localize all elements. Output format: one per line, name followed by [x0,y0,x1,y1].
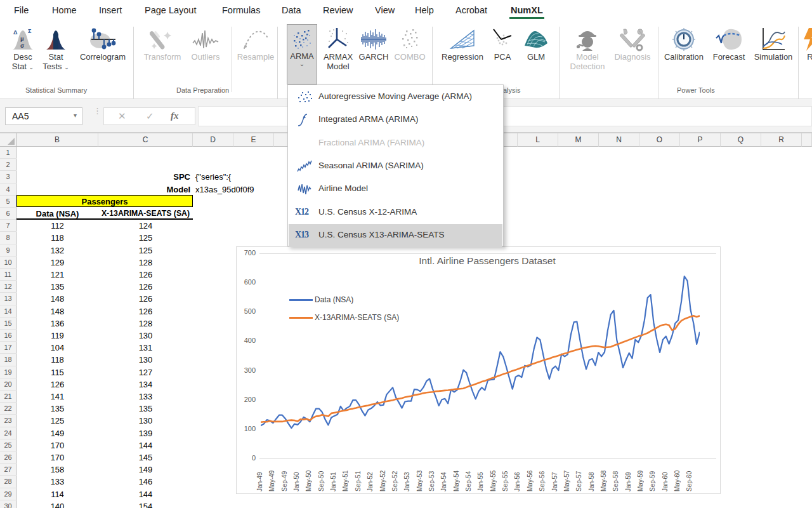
table-row-c23[interactable]: 130 [98,415,193,427]
row-number-16[interactable]: 16 [0,330,16,342]
table-row-c26[interactable]: 145 [98,451,193,464]
garch-button[interactable]: GARCH [357,24,390,85]
column-header-P[interactable]: P [680,133,721,147]
menu-help[interactable]: Help [415,5,434,15]
column-header-Q[interactable]: Q [721,133,761,147]
calibration-button[interactable]: Calibration [661,24,707,85]
table-row-c16[interactable]: 130 [98,330,193,342]
menu-item-sarima[interactable]: Seasonal ARIMA (SARIMA) [289,155,502,178]
forecast-button[interactable]: Forecast [709,24,749,85]
table-row-c24[interactable]: 139 [98,427,193,439]
cell-spc-value[interactable]: {"series":{ [195,171,231,183]
cancel-icon[interactable]: ✕ [118,110,126,122]
name-box[interactable]: AA5 ▾ [5,107,82,125]
cell-model-label[interactable]: Model [98,184,190,196]
row-number-29[interactable]: 29 [0,488,16,500]
row-number-2[interactable]: 2 [0,159,16,171]
column-header-M[interactable]: M [558,133,599,147]
table-row-b9[interactable]: 132 [16,244,98,257]
menu-acrobat[interactable]: Acrobat [455,5,487,15]
menu-file[interactable]: File [14,5,29,15]
table-row-b14[interactable]: 148 [16,305,98,318]
table-row-b26[interactable]: 170 [16,451,98,464]
table-row-c10[interactable]: 128 [98,257,193,269]
table-row-b21[interactable]: 141 [16,391,98,403]
row-number-21[interactable]: 21 [0,391,16,403]
row-number-18[interactable]: 18 [0,354,16,366]
row-number-28[interactable]: 28 [0,476,16,488]
menu-item-x13-arima-seats[interactable]: X13 U.S. Census X13-ARIMA-SEATS [289,224,502,247]
row-number-19[interactable]: 19 [0,366,16,378]
glm-button[interactable]: GLM [520,24,552,85]
table-row-b7[interactable]: 112 [16,220,98,232]
table-row-c22[interactable]: 135 [98,403,193,415]
row-number-27[interactable]: 27 [0,464,16,476]
table-row-b10[interactable]: 129 [16,257,98,269]
row-number-7[interactable]: 7 [0,220,16,232]
table-row-c25[interactable]: 144 [98,439,193,451]
row-number-11[interactable]: 11 [0,269,16,281]
column-header-R[interactable]: R [761,133,802,147]
column-header-N[interactable]: N [599,133,639,147]
row-number-6[interactable]: 6 [0,208,16,220]
table-row-c18[interactable]: 130 [98,354,193,366]
table-row-c28[interactable]: 146 [98,476,193,488]
table-row-b11[interactable]: 121 [16,269,98,281]
row-number-17[interactable]: 17 [0,342,16,354]
cell-col1-header[interactable]: Data (NSA) [16,208,98,220]
table-row-b27[interactable]: 158 [16,464,98,476]
cell-table-title[interactable]: Passengers [16,195,193,207]
row-number-25[interactable]: 25 [0,439,16,451]
select-all-corner[interactable] [0,133,16,147]
table-row-b17[interactable]: 104 [16,342,98,354]
table-row-b18[interactable]: 118 [16,354,98,366]
column-header-D[interactable]: D [193,133,233,147]
table-row-b29[interactable]: 114 [16,488,98,500]
column-header-C[interactable]: C [98,133,193,147]
table-row-c27[interactable]: 149 [98,464,193,476]
menu-item-arima[interactable]: Integrated ARMA (ARIMA) [289,109,502,131]
menu-numxl-active[interactable]: NumXL [511,5,543,15]
table-row-b30[interactable]: 140 [16,500,98,508]
table-row-c11[interactable]: 126 [98,269,193,281]
row-number-20[interactable]: 20 [0,378,16,391]
column-header-L[interactable]: L [518,133,558,147]
embedded-chart[interactable]: Intl. Airline Passengers Dataset 0100200… [236,246,721,494]
row-number-4[interactable]: 4 [0,184,16,196]
row-number-12[interactable]: 12 [0,281,16,293]
pca-button[interactable]: PCA [490,24,515,85]
column-header-E[interactable]: E [233,133,274,147]
armax-model-button[interactable]: ARMAX Model [320,24,356,85]
simulation-button[interactable]: Simulation [751,24,796,85]
arma-button-pressed[interactable]: ARMA ⌄ [287,24,317,84]
table-row-b23[interactable]: 125 [16,415,98,427]
table-row-b19[interactable]: 115 [16,366,98,378]
row-number-10[interactable]: 10 [0,257,16,269]
table-row-b20[interactable]: 126 [16,378,98,391]
table-row-b28[interactable]: 133 [16,476,98,488]
table-row-c12[interactable]: 126 [98,281,193,293]
correlogram-button[interactable]: Correlogram [75,24,131,85]
cell-spc-label[interactable]: SPC [98,171,190,183]
menu-item-airline-model[interactable]: Airline Model [289,178,502,201]
table-row-b13[interactable]: 148 [16,293,98,305]
column-header-partial[interactable] [802,133,812,147]
table-row-c14[interactable]: 126 [98,305,193,318]
menu-review[interactable]: Review [323,5,353,15]
row-number-3[interactable]: 3 [0,171,16,183]
row-number-24[interactable]: 24 [0,427,16,439]
menu-formulas[interactable]: Formulas [222,5,260,15]
row-number-13[interactable]: 13 [0,293,16,305]
cell-model-value[interactable]: x13as_95d0f0f9 [195,184,254,196]
menu-home[interactable]: Home [52,5,77,15]
table-row-b25[interactable]: 170 [16,439,98,451]
regression-button[interactable]: Regression [438,24,487,85]
row-number-8[interactable]: 8 [0,232,16,244]
table-row-c20[interactable]: 134 [98,378,193,391]
row-number-26[interactable]: 26 [0,451,16,464]
table-row-c9[interactable]: 125 [98,244,193,257]
row-number-30[interactable]: 30 [0,500,16,508]
stat-tests-button[interactable]: Stat Tests ⌄ [39,24,72,85]
menu-data[interactable]: Data [282,5,301,15]
enter-icon[interactable]: ✓ [146,110,154,122]
